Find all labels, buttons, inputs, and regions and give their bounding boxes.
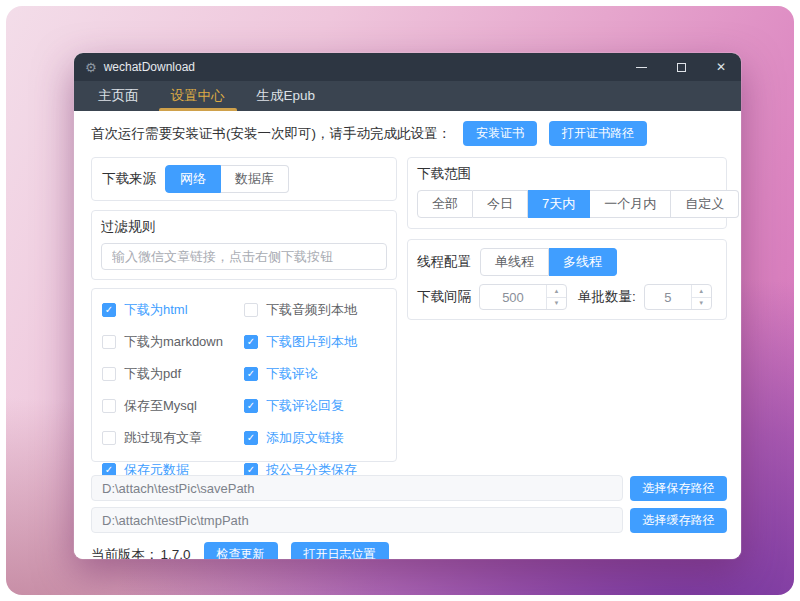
certificate-notice-text: 首次运行需要安装证书(安装一次即可)，请手动完成此设置：: [91, 125, 451, 143]
check-update-button[interactable]: 检查更新: [204, 542, 278, 559]
desktop-background: ⚙ wechatDownload ✕ 主页面 设置中心 生成Epub 首次运行需…: [6, 6, 794, 595]
thread-config-label: 线程配置: [417, 253, 471, 271]
certificate-notice-row: 首次运行需要安装证书(安装一次即可)，请手动完成此设置： 安装证书 打开证书路径: [91, 121, 727, 146]
window-controls: ✕: [621, 53, 741, 81]
filter-rules-panel: 过滤规则: [91, 210, 397, 280]
download-options-panel: 下载为html 下载音频到本地 下载为markdown 下载图片到本地: [91, 288, 397, 462]
batch-size-label: 单批数量:: [578, 288, 636, 306]
checkbox-download-comment-replies[interactable]: 下载评论回复: [244, 397, 386, 415]
thread-config-panel: 线程配置 单线程 多线程 下载间隔 500 ▲: [407, 239, 727, 320]
checkbox-download-audio[interactable]: 下载音频到本地: [244, 301, 386, 319]
thread-option-multi[interactable]: 多线程: [549, 248, 617, 276]
path-settings: 选择保存路径 选择缓存路径: [91, 475, 727, 533]
current-version-label: 当前版本：: [91, 546, 159, 560]
checkbox-download-comments[interactable]: 下载评论: [244, 365, 386, 383]
window-title: wechatDownload: [104, 60, 195, 74]
install-certificate-button[interactable]: 安装证书: [463, 121, 537, 146]
minimize-button[interactable]: [621, 53, 661, 81]
range-option-one-month[interactable]: 一个月内: [590, 190, 671, 218]
choose-save-path-button[interactable]: 选择保存路径: [630, 476, 727, 501]
checkbox-download-pdf[interactable]: 下载为pdf: [102, 365, 244, 383]
maximize-icon: [677, 63, 686, 72]
download-range-title: 下载范围: [417, 165, 717, 183]
download-source-panel: 下载来源 网络 数据库: [91, 157, 397, 201]
cache-path-input[interactable]: [91, 507, 623, 533]
checkbox-box: [102, 431, 116, 445]
checkbox-box: [102, 335, 116, 349]
stepper-down-icon[interactable]: ▼: [692, 298, 711, 310]
cache-path-row: 选择缓存路径: [91, 507, 727, 533]
source-option-database[interactable]: 数据库: [221, 165, 289, 193]
filter-rules-title: 过滤规则: [101, 218, 387, 236]
checkbox-box: [102, 303, 116, 317]
stepper-up-icon[interactable]: ▲: [692, 285, 711, 298]
tab-settings-center[interactable]: 设置中心: [155, 81, 241, 111]
tab-bar: 主页面 设置中心 生成Epub: [74, 81, 741, 111]
tab-generate-epub[interactable]: 生成Epub: [241, 81, 332, 111]
download-interval-input[interactable]: 500 ▲ ▼: [479, 284, 567, 310]
close-icon: ✕: [716, 61, 726, 73]
checkbox-add-source-link[interactable]: 添加原文链接: [244, 429, 386, 447]
titlebar[interactable]: ⚙ wechatDownload ✕: [74, 53, 741, 81]
stepper-down-icon[interactable]: ▼: [547, 298, 566, 310]
stepper-up-icon[interactable]: ▲: [547, 285, 566, 298]
settings-content: 首次运行需要安装证书(安装一次即可)，请手动完成此设置： 安装证书 打开证书路径…: [74, 111, 741, 559]
interval-batch-row: 下载间隔 500 ▲ ▼ 单批数量: 5: [417, 284, 717, 310]
thread-option-single[interactable]: 单线程: [480, 248, 549, 276]
choose-cache-path-button[interactable]: 选择缓存路径: [630, 508, 727, 533]
tab-main-page[interactable]: 主页面: [82, 81, 155, 111]
checkbox-download-markdown[interactable]: 下载为markdown: [102, 333, 244, 351]
download-source-label: 下载来源: [102, 170, 156, 188]
open-certificate-path-button[interactable]: 打开证书路径: [549, 121, 647, 146]
checkbox-box: [244, 431, 258, 445]
checkbox-box: [244, 399, 258, 413]
checkbox-box: [102, 367, 116, 381]
download-range-panel: 下载范围 全部 今日 7天内 一个月内 自定义: [407, 157, 727, 229]
checkbox-box: [244, 367, 258, 381]
close-button[interactable]: ✕: [701, 53, 741, 81]
download-range-group: 全部 今日 7天内 一个月内 自定义: [417, 190, 739, 218]
source-option-network[interactable]: 网络: [165, 165, 221, 193]
batch-size-input[interactable]: 5 ▲ ▼: [644, 284, 712, 310]
checkbox-download-images[interactable]: 下载图片到本地: [244, 333, 386, 351]
current-version-value: 1.7.0: [161, 547, 191, 559]
app-window: ⚙ wechatDownload ✕ 主页面 设置中心 生成Epub 首次运行需…: [74, 53, 741, 559]
range-option-today[interactable]: 今日: [473, 190, 528, 218]
save-path-row: 选择保存路径: [91, 475, 727, 501]
article-link-input[interactable]: [101, 243, 387, 270]
range-option-all[interactable]: 全部: [417, 190, 473, 218]
checkbox-save-mysql[interactable]: 保存至Mysql: [102, 397, 244, 415]
checkbox-box: [244, 335, 258, 349]
checkbox-skip-existing[interactable]: 跳过现有文章: [102, 429, 244, 447]
minimize-icon: [636, 67, 647, 68]
interval-stepper: ▲ ▼: [546, 285, 566, 309]
range-option-custom[interactable]: 自定义: [671, 190, 739, 218]
open-log-location-button[interactable]: 打开日志位置: [291, 542, 389, 559]
version-row: 当前版本： 1.7.0 检查更新 打开日志位置: [91, 542, 727, 559]
checkbox-box: [102, 399, 116, 413]
thread-mode-row: 线程配置 单线程 多线程: [417, 248, 717, 276]
checkbox-download-html[interactable]: 下载为html: [102, 301, 244, 319]
range-option-7days[interactable]: 7天内: [528, 190, 590, 218]
maximize-button[interactable]: [661, 53, 701, 81]
checkbox-box: [244, 303, 258, 317]
settings-grid: 下载来源 网络 数据库 过滤规则 下载为html: [91, 157, 727, 462]
right-column: 下载范围 全部 今日 7天内 一个月内 自定义 线程配置: [407, 157, 727, 462]
left-column: 下载来源 网络 数据库 过滤规则 下载为html: [91, 157, 397, 462]
batch-stepper: ▲ ▼: [691, 285, 711, 309]
thread-mode-group: 单线程 多线程: [480, 248, 617, 276]
save-path-input[interactable]: [91, 475, 623, 501]
download-interval-label: 下载间隔: [417, 288, 471, 306]
app-icon: ⚙: [85, 61, 97, 74]
download-source-group: 网络 数据库: [165, 165, 289, 193]
